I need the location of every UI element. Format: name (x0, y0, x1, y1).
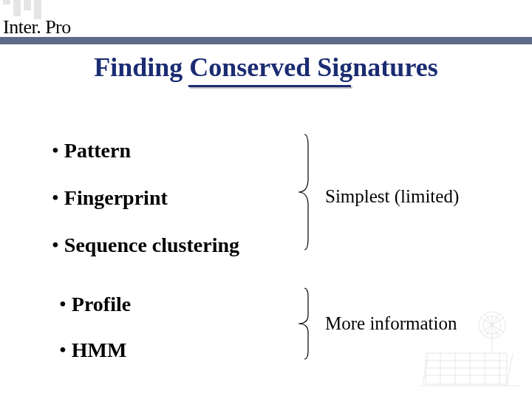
list-item: • Sequence clustering (52, 233, 239, 257)
list-item: • Fingerprint (52, 186, 239, 210)
logo: Inter. Pro (3, 0, 71, 38)
item-text: Sequence clustering (64, 233, 239, 256)
item-text: Profile (72, 293, 131, 316)
brace-icon (296, 133, 316, 251)
watermark-icon (418, 309, 522, 390)
logo-text: Inter. Pro (3, 16, 71, 38)
svg-rect-7 (426, 353, 507, 384)
item-text: Pattern (64, 139, 131, 162)
title-underline (188, 85, 351, 87)
list-item: • Profile (59, 293, 131, 316)
bullet-group-1: • Pattern • Fingerprint • Sequence clust… (52, 139, 239, 281)
header-rule (0, 37, 532, 44)
brace-icon (296, 287, 316, 361)
item-text: Fingerprint (64, 186, 168, 209)
list-item: • HMM (59, 338, 131, 362)
bullet-group-2: • Profile • HMM (59, 293, 131, 384)
slide-title: Finding Conserved Signatures (0, 52, 532, 83)
list-item: • Pattern (52, 139, 239, 163)
item-text: HMM (72, 338, 127, 361)
group-1-label: Simplest (limited) (325, 186, 459, 207)
